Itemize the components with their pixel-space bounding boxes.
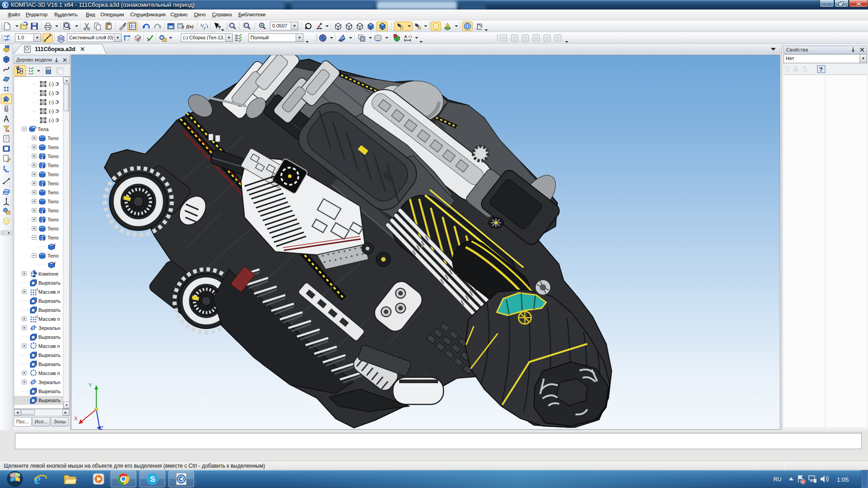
svg-text:Вырезать: Вырезать — [38, 361, 61, 367]
svg-text:(-) Э: (-) Э — [49, 108, 59, 114]
svg-text:A: A — [404, 34, 407, 39]
svg-text:!: ! — [54, 261, 56, 265]
svg-text:Тело: Тело — [47, 226, 59, 231]
svg-text:Тело: Тело — [47, 208, 59, 213]
svg-text:(-) Э: (-) Э — [49, 99, 59, 105]
svg-text:(-) Э: (-) Э — [49, 81, 59, 87]
svg-text:Тело: Тело — [47, 181, 59, 186]
svg-text:(-) Э: (-) Э — [49, 90, 59, 96]
svg-text:111Сборка.a3d: 111Сборка.a3d — [35, 46, 75, 52]
svg-text:f(x): f(x) — [186, 23, 194, 29]
svg-text:Вырезать: Вырезать — [38, 389, 61, 394]
svg-text:Тело: Тело — [47, 163, 59, 168]
svg-text:(-) Э: (-) Э — [49, 117, 59, 123]
svg-text:Массив п: Массив п — [38, 316, 60, 322]
svg-text:Тело: Тело — [47, 172, 59, 177]
svg-text:Тело: Тело — [47, 145, 59, 150]
svg-text:±1: ±1 — [408, 34, 412, 38]
svg-text:Вырезать: Вырезать — [38, 398, 61, 403]
svg-text:!: ! — [37, 287, 38, 292]
svg-text:!: ! — [54, 243, 56, 247]
svg-text:S: S — [150, 475, 155, 483]
svg-text:RU: RU — [774, 476, 781, 483]
svg-text:Вырезать: Вырезать — [38, 352, 61, 358]
svg-text:1: 1 — [200, 23, 203, 27]
svg-text:Массив п: Массив п — [38, 289, 60, 295]
svg-text:Массив п: Массив п — [38, 343, 60, 349]
svg-text:Y: Y — [89, 382, 92, 388]
svg-text:Тело: Тело — [47, 199, 59, 204]
svg-text:?: ? — [181, 25, 184, 30]
svg-text:1:05: 1:05 — [837, 476, 849, 483]
svg-text:Z: Z — [100, 425, 104, 430]
svg-text:Массив п: Массив п — [38, 371, 60, 376]
svg-text:Вырезать: Вырезать — [38, 307, 61, 313]
svg-text:Тело: Тело — [47, 190, 59, 195]
svg-text:Компоне: Компоне — [38, 271, 58, 277]
svg-text:Вырезать: Вырезать — [38, 280, 61, 286]
svg-text:Зеркальн: Зеркальн — [38, 380, 60, 385]
svg-text:!: ! — [37, 314, 38, 319]
svg-text:Зеркальн: Зеркальн — [38, 325, 60, 331]
svg-text:Тела: Тела — [38, 127, 49, 132]
svg-text:Вырезать: Вырезать — [38, 334, 61, 340]
svg-text:Тело: Тело — [47, 154, 59, 159]
svg-text:Тело: Тело — [47, 253, 59, 258]
svg-text:Тело: Тело — [47, 136, 59, 141]
svg-text:X: X — [74, 416, 78, 421]
svg-text:2: 2 — [203, 26, 206, 30]
svg-text:?: ? — [218, 25, 221, 30]
svg-text:Тело: Тело — [47, 235, 59, 240]
svg-text:Тело: Тело — [47, 217, 59, 222]
svg-text:Вырезать: Вырезать — [38, 298, 61, 304]
svg-text:?: ? — [819, 66, 823, 73]
